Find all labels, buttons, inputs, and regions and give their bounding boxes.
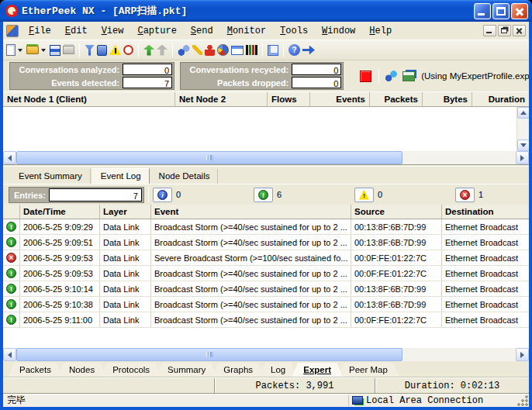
scrollbar-track[interactable] xyxy=(402,151,516,164)
informational-filter-button[interactable] xyxy=(153,188,172,202)
minor-count: 6 xyxy=(277,190,282,199)
pie-chart-icon[interactable] xyxy=(217,44,229,56)
scroll-right-button[interactable] xyxy=(516,348,529,361)
new-document-icon[interactable] xyxy=(6,44,16,56)
options-icon[interactable] xyxy=(268,45,278,56)
scroll-up-button[interactable] xyxy=(517,107,530,119)
tab-node-details[interactable]: Node Details xyxy=(151,169,219,184)
minor-filter-button[interactable] xyxy=(254,188,273,202)
tab-packets[interactable]: Packets xyxy=(8,363,63,377)
name-table-icon[interactable] xyxy=(205,45,215,56)
table-row[interactable]: 2006-5-25 9:10:14 Data Link Broadcast St… xyxy=(3,281,529,297)
scrollbar-thumb[interactable] xyxy=(16,348,402,361)
make-filter-icon[interactable] xyxy=(192,45,202,55)
resize-grip[interactable] xyxy=(516,394,529,407)
column-net-node-2[interactable]: Net Node 2 xyxy=(175,92,268,106)
save-icon[interactable] xyxy=(50,45,60,56)
tab-event-summary[interactable]: Event Summary xyxy=(11,169,91,184)
toolbar-separator xyxy=(283,43,284,57)
help-icon[interactable]: ? xyxy=(288,44,300,56)
mdi-close-button[interactable] xyxy=(513,25,526,36)
adapter-status: Local Area Connection xyxy=(348,395,515,406)
table-row[interactable]: 2006-5-25 9:09:29 Data Link Broadcast St… xyxy=(3,219,529,235)
cell-layer: Data Link xyxy=(100,281,151,296)
new-dropdown-icon[interactable] xyxy=(18,49,22,54)
column-layer[interactable]: Layer xyxy=(100,205,151,219)
severe-filter-button[interactable] xyxy=(455,188,475,202)
scroll-left-button[interactable] xyxy=(3,348,16,361)
print-icon[interactable] xyxy=(63,46,74,54)
menu-monitor[interactable]: Monitor xyxy=(220,24,273,38)
table-row[interactable]: 2006-5-25 9:09:53 Data Link Severe Broad… xyxy=(3,250,529,266)
scrollbar-track[interactable] xyxy=(402,348,516,361)
menu-send[interactable]: Send xyxy=(184,24,220,38)
menu-help[interactable]: Help xyxy=(362,24,399,38)
table-row[interactable]: 2006-5-25 9:09:51 Data Link Broadcast St… xyxy=(3,235,529,250)
maximize-button[interactable] xyxy=(492,3,510,19)
major-filter-button[interactable] xyxy=(354,188,374,202)
minimize-button[interactable] xyxy=(474,3,491,19)
expert-settings-icon[interactable] xyxy=(385,71,398,82)
severity-icon xyxy=(6,299,16,309)
column-net-node-1[interactable]: Net Node 1 (Client) xyxy=(3,92,175,106)
column-flows[interactable]: Flows xyxy=(268,92,310,106)
open-dropdown-icon[interactable] xyxy=(41,49,46,54)
tab-summary[interactable]: Summary xyxy=(156,363,217,377)
tab-expert[interactable]: Expert xyxy=(292,363,343,377)
conversations-horizontal-scrollbar[interactable] xyxy=(3,151,529,164)
send-packets-icon[interactable] xyxy=(143,45,154,56)
stop-capture-button[interactable] xyxy=(360,71,371,82)
packet-buffer-icon[interactable] xyxy=(97,45,107,56)
column-duration[interactable]: Duration xyxy=(472,92,529,106)
summary-table-icon[interactable] xyxy=(231,46,244,55)
minor-icon xyxy=(258,190,268,200)
open-folder-icon[interactable] xyxy=(26,46,39,54)
filter-icon[interactable] xyxy=(85,45,95,56)
event-log-horizontal-scrollbar[interactable] xyxy=(3,348,529,361)
table-row[interactable]: 2006-5-25 9:10:38 Data Link Broadcast St… xyxy=(3,297,529,312)
column-event[interactable]: Event xyxy=(151,205,351,219)
conversations-vertical-scrollbar[interactable] xyxy=(516,107,529,151)
scroll-right-button[interactable] xyxy=(516,151,529,164)
menu-file[interactable]: File xyxy=(22,24,58,38)
graphs-icon[interactable] xyxy=(246,45,257,55)
scroll-down-button[interactable] xyxy=(517,140,530,151)
send-packets-disabled-icon[interactable] xyxy=(157,45,168,56)
tab-peer-map[interactable]: Peer Map xyxy=(337,363,399,377)
menu-capture[interactable]: Capture xyxy=(130,24,183,38)
menu-window[interactable]: Window xyxy=(315,24,362,38)
tab-event-log[interactable]: Event Log xyxy=(92,168,150,184)
column-date-time[interactable]: Date/Time xyxy=(20,205,100,219)
column-events[interactable]: Events xyxy=(310,92,370,106)
severity-icon xyxy=(6,222,16,232)
menu-tools[interactable]: Tools xyxy=(273,24,315,38)
scroll-left-button[interactable] xyxy=(3,151,16,164)
column-destination[interactable]: Destination xyxy=(442,205,529,219)
major-count: 0 xyxy=(378,190,382,199)
mdi-minimize-button[interactable] xyxy=(483,25,496,36)
expert-gears-icon[interactable] xyxy=(178,45,190,56)
column-severity[interactable] xyxy=(3,205,20,219)
tab-protocols[interactable]: Protocols xyxy=(101,363,161,377)
conversations-recycled-label: Conversations recycled: xyxy=(181,63,292,76)
tab-graphs[interactable]: Graphs xyxy=(212,363,264,377)
table-row[interactable]: 2006-5-25 9:11:00 Data Link Broadcast St… xyxy=(3,312,529,328)
column-bytes[interactable]: Bytes xyxy=(423,92,472,106)
export-results-icon[interactable] xyxy=(402,71,415,81)
menu-edit[interactable]: Edit xyxy=(58,24,95,38)
table-row[interactable]: 2006-5-25 9:09:53 Data Link Broadcast St… xyxy=(3,266,529,281)
mdi-restore-button[interactable] xyxy=(498,25,511,36)
column-source[interactable]: Source xyxy=(351,205,442,219)
go-arrow-icon[interactable] xyxy=(302,46,315,55)
alarms-icon[interactable] xyxy=(123,45,133,55)
tab-nodes[interactable]: Nodes xyxy=(57,363,106,377)
document-icon[interactable] xyxy=(6,25,19,37)
tab-log[interactable]: Log xyxy=(259,363,297,377)
column-packets[interactable]: Packets xyxy=(370,92,423,106)
alerts-icon[interactable] xyxy=(109,45,121,55)
scrollbar-thumb[interactable] xyxy=(16,151,402,164)
close-button[interactable] xyxy=(511,3,528,19)
menu-view[interactable]: View xyxy=(95,24,131,38)
entries-bar: Entries: 7 0 6 0 xyxy=(3,184,529,205)
severity-icon xyxy=(6,237,16,247)
